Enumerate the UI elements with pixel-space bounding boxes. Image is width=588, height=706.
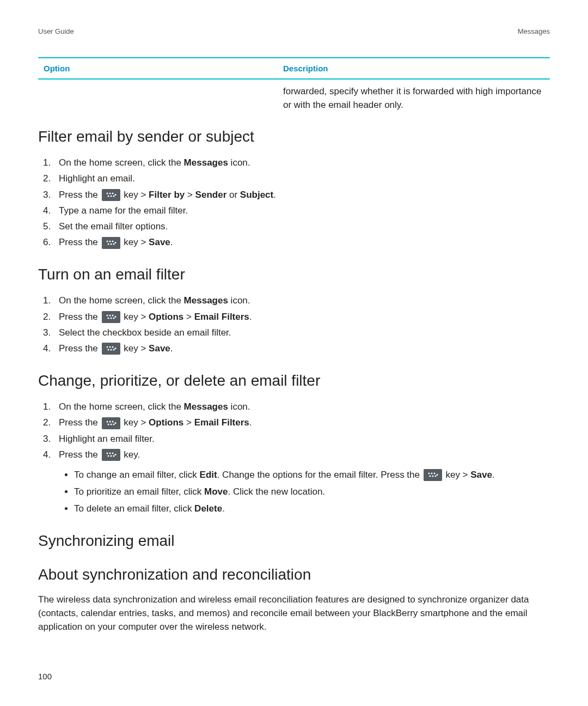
list-item: On the home screen, click the Messages i… — [53, 399, 550, 414]
text: > — [183, 417, 194, 428]
list-item: To delete an email filter, click Delete. — [74, 501, 550, 516]
svg-point-29 — [109, 421, 111, 422]
list-item: Select the checkbox beside an email filt… — [53, 325, 550, 340]
menu-key-icon — [102, 189, 120, 201]
text: key > — [121, 190, 149, 200]
svg-point-46 — [432, 476, 433, 477]
svg-point-17 — [107, 318, 109, 319]
svg-point-12 — [113, 243, 114, 245]
svg-point-35 — [106, 453, 108, 454]
text: > — [183, 312, 194, 322]
list-item: To prioritize an email filter, click Mov… — [74, 484, 550, 499]
list-item: To change an email filter, click Edit. C… — [74, 467, 550, 482]
steps-change-filter: On the home screen, click the Messages i… — [38, 399, 550, 516]
bold-text: Messages — [184, 401, 228, 412]
bold-text: Messages — [184, 157, 228, 168]
bold-text: Move — [204, 486, 228, 497]
text: Set the email filter options. — [59, 221, 168, 232]
svg-point-7 — [106, 240, 108, 242]
list-item: On the home screen, click the Messages i… — [53, 155, 550, 170]
svg-point-16 — [112, 315, 113, 317]
bold-text: Edit — [200, 470, 217, 480]
bold-text: Save — [149, 343, 170, 354]
svg-point-36 — [109, 453, 111, 454]
bold-text: Sender — [195, 190, 227, 200]
svg-point-26 — [113, 349, 114, 351]
text: . — [249, 417, 252, 428]
text: . — [249, 312, 252, 322]
svg-point-38 — [107, 455, 109, 457]
svg-point-48 — [436, 474, 438, 476]
svg-point-45 — [429, 476, 431, 477]
svg-point-6 — [114, 194, 116, 196]
text: Highlight an email. — [59, 173, 135, 184]
bold-text: Options — [149, 312, 183, 322]
heading-synchronizing: Synchronizing email — [38, 532, 550, 550]
svg-point-5 — [113, 196, 114, 197]
svg-point-43 — [431, 473, 432, 474]
svg-point-31 — [107, 423, 109, 425]
heading-about-sync: About synchronization and reconciliation — [38, 566, 550, 583]
bold-text: Subject — [240, 190, 273, 200]
text: To prioritize an email filter, click — [74, 486, 204, 497]
svg-point-23 — [112, 346, 113, 348]
document-page: User Guide Messages Option Description f… — [0, 0, 588, 706]
text: . — [492, 470, 495, 480]
page-header: User Guide Messages — [38, 27, 550, 35]
menu-key-icon — [102, 311, 120, 323]
text: key. — [121, 449, 140, 460]
list-item: Press the key > Filter by > Sender or Su… — [53, 187, 550, 202]
svg-point-40 — [113, 455, 114, 457]
bold-text: Email Filters — [194, 417, 249, 428]
list-item: On the home screen, click the Messages i… — [53, 293, 550, 308]
svg-point-3 — [107, 196, 109, 197]
text: Press the — [59, 237, 101, 247]
menu-key-icon — [102, 343, 120, 355]
text: Press the — [59, 417, 101, 428]
menu-key-icon — [424, 469, 442, 481]
text: key > — [121, 237, 149, 247]
steps-filter-email: On the home screen, click the Messages i… — [38, 155, 550, 249]
svg-point-0 — [106, 193, 108, 194]
text: Press the — [59, 343, 101, 354]
list-item: Press the key. To change an email filter… — [53, 447, 550, 516]
svg-point-20 — [114, 316, 116, 318]
svg-point-11 — [110, 243, 112, 245]
table-cell-description: forwarded, specify whether it is forward… — [283, 85, 550, 112]
table-header-option: Option — [44, 64, 283, 73]
list-item: Type a name for the email filter. — [53, 203, 550, 218]
svg-point-37 — [112, 453, 113, 454]
svg-point-28 — [106, 421, 108, 422]
list-item: Press the key > Save. — [53, 341, 550, 356]
text: > — [185, 190, 195, 200]
text: key > — [443, 470, 471, 480]
bold-text: Email Filters — [194, 312, 249, 322]
svg-point-10 — [107, 243, 109, 245]
header-left: User Guide — [38, 27, 74, 35]
text: . Click the new location. — [228, 486, 326, 497]
text: icon. — [228, 401, 250, 412]
text: Highlight an email filter. — [59, 434, 155, 444]
text: Select the checkbox beside an email filt… — [59, 327, 231, 338]
list-item: Press the key > Save. — [53, 235, 550, 249]
table-row: forwarded, specify whether it is forward… — [38, 80, 550, 112]
text: Press the — [59, 449, 101, 460]
svg-point-34 — [114, 422, 116, 424]
svg-point-8 — [109, 240, 111, 242]
sub-list: To change an email filter, click Edit. C… — [59, 467, 550, 516]
list-item: Set the email filter options. — [53, 219, 550, 234]
text: key > — [121, 312, 149, 322]
svg-point-15 — [109, 315, 111, 317]
list-item: Press the key > Options > Email Filters. — [53, 309, 550, 324]
svg-point-33 — [113, 423, 114, 425]
list-item: Highlight an email. — [53, 171, 550, 186]
svg-point-25 — [110, 349, 112, 351]
text: key > — [121, 343, 149, 354]
menu-key-icon — [102, 237, 120, 249]
text: icon. — [228, 295, 250, 306]
text: Press the — [59, 190, 101, 200]
text: Type a name for the email filter. — [59, 205, 188, 216]
svg-point-44 — [433, 473, 435, 474]
bold-text: Save — [149, 237, 170, 247]
svg-point-42 — [428, 473, 430, 474]
